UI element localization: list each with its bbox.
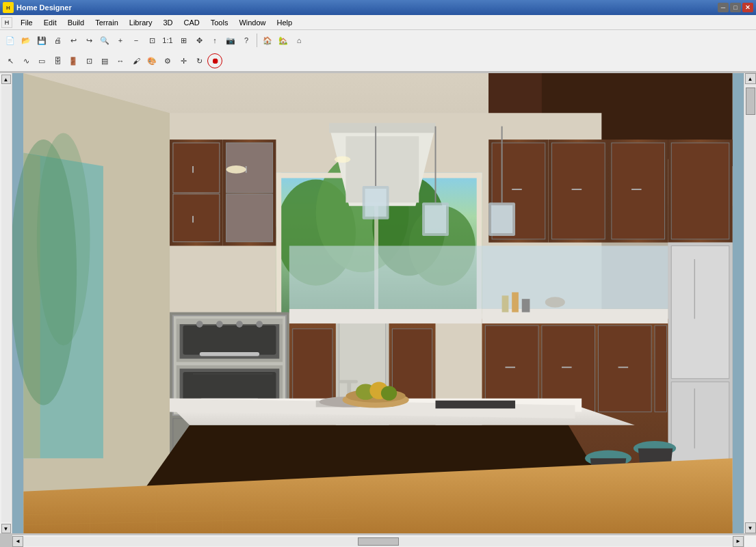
toolbar-btn-arrow-up[interactable]: ↑ — [207, 33, 222, 48]
toolbar-btn-house-back[interactable]: 🏡 — [276, 33, 291, 48]
toolbar-btn-zoom-in[interactable]: + — [113, 33, 128, 48]
toolbar-btn-move-tool[interactable]: ✛ — [176, 53, 191, 68]
toolbar-btn-redo[interactable]: ↪ — [81, 33, 96, 48]
svg-rect-21 — [173, 194, 220, 242]
svg-rect-49 — [482, 309, 668, 323]
svg-point-66 — [236, 321, 243, 328]
svg-rect-53 — [655, 325, 666, 412]
toolbar-btn-new[interactable]: 📄 — [3, 33, 18, 48]
menu-item-window[interactable]: Window — [233, 17, 271, 28]
toolbar-btn-undo[interactable]: ↩ — [66, 33, 81, 48]
menu-app-icon[interactable]: H — [1, 17, 12, 28]
menu-item-edit[interactable]: Edit — [38, 17, 62, 28]
svg-rect-126 — [512, 292, 519, 312]
scroll-track-vertical[interactable] — [745, 84, 756, 522]
toolbar-btn-fit-window[interactable]: ⊡ — [144, 33, 159, 48]
toolbar-btn-structure[interactable]: ⚙ — [160, 53, 175, 68]
svg-rect-30 — [329, 123, 435, 133]
scroll-thumb-vertical[interactable] — [746, 88, 755, 115]
menu-item-library[interactable]: Library — [124, 17, 158, 28]
scroll-left-button[interactable]: ◄ — [12, 536, 23, 547]
svg-rect-80 — [289, 245, 482, 308]
menu-item-3d[interactable]: 3D — [157, 17, 178, 28]
svg-point-116 — [226, 165, 246, 174]
toolbar-btn-house-front[interactable]: 🏠 — [260, 33, 275, 48]
svg-rect-93 — [436, 401, 516, 409]
scroll-thumb-horizontal[interactable] — [358, 537, 399, 546]
main-viewport[interactable] — [12, 73, 744, 533]
left-panel: ▲ ▼ — [0, 73, 12, 533]
close-button[interactable]: ✕ — [742, 3, 753, 12]
svg-rect-125 — [502, 295, 509, 312]
toolbar-area: 📄📂💾🖨↩↪🔍+−⊡1:1⊞✥↑📷?🏠🏡⌂ ↖∿▭🗄🚪⊡▤↔🖌🎨⚙✛↻⏺ — [0, 30, 756, 72]
scroll-right-button[interactable]: ► — [733, 536, 744, 547]
menu-item-help[interactable]: Help — [272, 17, 298, 28]
window-title: Home Designer — [16, 3, 718, 12]
toolbar-btn-wall-tool[interactable]: ▭ — [34, 53, 49, 68]
toolbar-btn-door[interactable]: 🚪 — [66, 53, 81, 68]
title-bar: H Home Designer ─ □ ✕ — [0, 0, 756, 15]
toolbar-separator — [257, 34, 257, 47]
menu-item-tools[interactable]: Tools — [205, 17, 234, 28]
svg-point-131 — [37, 133, 90, 345]
toolbar-btn-window-tool[interactable]: ⊡ — [81, 53, 96, 68]
svg-rect-109 — [365, 189, 387, 217]
toolbar-btn-print[interactable]: 🖨 — [50, 33, 65, 48]
maximize-button[interactable]: □ — [730, 3, 741, 12]
svg-rect-37 — [551, 143, 605, 239]
menu-item-cad[interactable]: CAD — [178, 17, 205, 28]
scroll-up-button[interactable]: ▲ — [745, 73, 756, 84]
svg-rect-92 — [339, 380, 358, 384]
left-scroll-down[interactable]: ▼ — [1, 524, 11, 533]
minimize-button[interactable]: ─ — [718, 3, 729, 12]
toolbar-btn-open[interactable]: 📂 — [18, 33, 34, 48]
app-icon: H — [3, 2, 14, 13]
toolbar-btn-select[interactable]: ↖ — [3, 53, 18, 68]
toolbar-btn-materials[interactable]: 🎨 — [144, 53, 159, 68]
toolbar-btn-zoom-in-window[interactable]: 🔍 — [97, 33, 112, 48]
bottom-scrollbar: ◄ ► — [12, 535, 744, 547]
toolbar-btn-paint[interactable]: 🖌 — [129, 53, 144, 68]
toolbar-btn-plan-view[interactable]: ⊞ — [176, 33, 191, 48]
toolbar-btn-move[interactable]: ✥ — [192, 33, 207, 48]
scrollbar-corner — [744, 535, 756, 547]
toolbar-btn-rec[interactable]: ⏺ — [207, 53, 222, 68]
toolbar-btn-save[interactable]: 💾 — [34, 33, 49, 48]
toolbar-btn-rotate[interactable]: ↻ — [192, 53, 207, 68]
left-scroll-up[interactable]: ▲ — [1, 75, 11, 84]
svg-rect-39 — [671, 143, 729, 239]
kitchen-render — [12, 73, 744, 533]
svg-rect-63 — [177, 319, 283, 324]
toolbar-btn-zoom-out[interactable]: − — [129, 33, 144, 48]
svg-rect-20 — [173, 143, 220, 193]
toolbar-btn-dimension[interactable]: ↔ — [113, 53, 128, 68]
svg-rect-127 — [522, 299, 530, 312]
toolbar-btn-draw-curve[interactable]: ∿ — [18, 53, 34, 68]
toolbar-main: 📄📂💾🖨↩↪🔍+−⊡1:1⊞✥↑📷?🏠🏡⌂ — [0, 30, 756, 51]
menu-item-terrain[interactable]: Terrain — [90, 17, 124, 28]
svg-point-128 — [545, 297, 565, 308]
svg-point-98 — [381, 386, 397, 400]
svg-point-67 — [256, 321, 263, 328]
scroll-down-button[interactable]: ▼ — [745, 522, 756, 533]
svg-rect-44 — [671, 245, 729, 378]
toolbar-btn-camera[interactable]: 📷 — [223, 33, 238, 48]
toolbar-btn-question[interactable]: ? — [239, 33, 254, 48]
svg-rect-62 — [183, 325, 276, 355]
right-scrollbar: ▲ ▼ — [744, 73, 756, 533]
toolbar-btn-stair[interactable]: ▤ — [97, 53, 112, 68]
svg-rect-112 — [425, 205, 446, 233]
svg-rect-115 — [491, 205, 512, 233]
svg-point-64 — [196, 321, 203, 328]
toolbar-btn-cabinet[interactable]: 🗄 — [50, 53, 65, 68]
menu-item-build[interactable]: Build — [62, 17, 90, 28]
menu-item-file[interactable]: File — [15, 17, 38, 28]
svg-rect-79 — [289, 309, 482, 323]
toolbar-btn-house-ext[interactable]: ⌂ — [291, 33, 307, 48]
scroll-track-horizontal[interactable] — [23, 537, 733, 546]
svg-point-65 — [216, 321, 223, 328]
svg-rect-15 — [276, 173, 281, 319]
svg-rect-57 — [482, 245, 668, 308]
svg-rect-38 — [612, 143, 665, 239]
toolbar-btn-zoom-1-1[interactable]: 1:1 — [160, 33, 175, 48]
